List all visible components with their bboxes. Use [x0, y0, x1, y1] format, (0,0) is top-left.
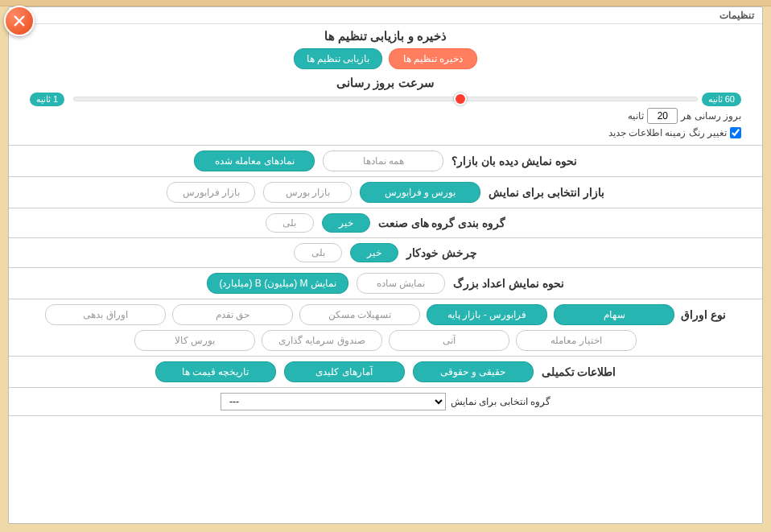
- close-button[interactable]: [4, 6, 35, 36]
- restore-settings-button[interactable]: بازیابی تنظیم ها: [294, 48, 382, 69]
- paper-fara-base[interactable]: فرابورس - بازار پایه: [427, 304, 547, 325]
- autorotate-yes[interactable]: بلی: [294, 243, 342, 262]
- paper-future[interactable]: آتی: [389, 330, 509, 351]
- bg-change-label: تغییر رنگ زمینه اطلاعات جدید: [608, 127, 727, 138]
- paper-option[interactable]: اختیار معامله: [516, 330, 637, 351]
- opt-market-both[interactable]: بورس و فرابورس: [360, 182, 480, 203]
- extra-legal[interactable]: حقیقی و حقوقی: [413, 361, 534, 382]
- grouping-label: گروه بندی گروه های صنعت: [378, 217, 506, 229]
- paper-commodity[interactable]: بورس کالا: [134, 330, 255, 351]
- save-restore-heading: ذخیره و بازیابی تنظیم ها: [25, 29, 746, 43]
- bg-change-checkbox[interactable]: [730, 127, 741, 138]
- slider-thumb[interactable]: [454, 93, 467, 105]
- bignum-simple[interactable]: نمایش ساده: [357, 273, 445, 294]
- paper-fund[interactable]: صندوق سرمایه گذاری: [262, 330, 382, 351]
- paper-priority[interactable]: حق تقدم: [172, 304, 293, 325]
- grouping-yes[interactable]: بلی: [266, 213, 314, 233]
- modal-title: تنظیمات: [9, 7, 762, 24]
- opt-traded-symbols[interactable]: نمادهای معامله شده: [194, 151, 315, 171]
- refresh-suffix: ثانیه: [628, 110, 644, 122]
- autorotate-no[interactable]: خیر: [350, 243, 398, 262]
- bignum-mb[interactable]: نمایش M (میلیون) B (میلیارد): [207, 273, 348, 294]
- close-icon: [12, 14, 27, 28]
- opt-market-bourse[interactable]: بازار بورس: [263, 182, 352, 203]
- refresh-prefix: بروز رسانی هر: [681, 110, 741, 122]
- grouping-no[interactable]: خیر: [322, 213, 370, 233]
- papers-label: نوع اوراق: [681, 308, 726, 321]
- group-select-dropdown[interactable]: ---: [221, 393, 446, 410]
- display-mode-label: نحوه نمایش دیده بان بازار؟: [451, 155, 577, 167]
- extra-key[interactable]: آمارهای کلیدی: [284, 361, 405, 382]
- opt-all-symbols[interactable]: همه نمادها: [323, 151, 443, 171]
- speed-heading: سرعت بروز رسانی: [25, 76, 746, 90]
- market-label: بازار انتخابی برای نمایش: [489, 186, 604, 199]
- slider-min-label: 1 ثانیه: [30, 93, 64, 106]
- bignum-label: نحوه نمایش اعداد بزرگ: [453, 277, 564, 290]
- group-select-label: گروه انتخابی برای نمایش: [451, 396, 550, 407]
- paper-debt[interactable]: اوراق بدهی: [45, 304, 166, 325]
- paper-housing[interactable]: تسهیلات مسکن: [299, 304, 420, 325]
- extra-label: اطلاعات تکمیلی: [542, 365, 616, 378]
- slider-max-label: 60 ثانیه: [702, 93, 741, 106]
- refresh-interval-input[interactable]: [647, 108, 678, 124]
- autorotate-label: چرخش خودکار: [406, 246, 477, 259]
- refresh-slider[interactable]: [73, 97, 698, 101]
- save-settings-button[interactable]: ذخیره تنظیم ها: [389, 48, 477, 69]
- extra-history[interactable]: تاریخچه قیمت ها: [155, 361, 276, 382]
- paper-stock[interactable]: سهام: [554, 304, 674, 325]
- opt-market-fara[interactable]: بازار فرابورس: [167, 182, 255, 203]
